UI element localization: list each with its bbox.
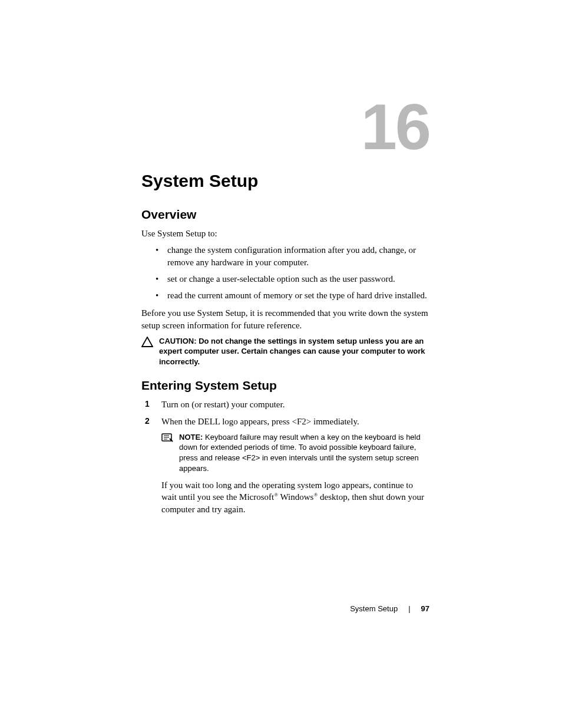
- document-page: 16 System Setup Overview Use System Setu…: [0, 0, 562, 728]
- section-heading-overview: Overview: [141, 207, 430, 222]
- step-item: When the DELL logo appears, press <F2> i…: [141, 416, 430, 515]
- overview-bullets: change the system configuration informat…: [141, 244, 430, 301]
- note-label: NOTE:: [179, 433, 205, 442]
- caution-icon: [141, 337, 156, 350]
- step-text: When the DELL logo appears, press <F2> i…: [161, 417, 359, 426]
- svg-marker-0: [142, 337, 153, 347]
- footer-section: System Setup: [350, 604, 398, 613]
- chapter-number: 16: [361, 94, 429, 159]
- overview-after-bullets: Before you use System Setup, it is recom…: [141, 307, 430, 331]
- note-callout: NOTE: Keyboard failure may result when a…: [161, 432, 430, 473]
- step-text: Turn on (or restart) your computer.: [161, 400, 285, 409]
- step-tail: If you wait too long and the operating s…: [161, 479, 430, 515]
- caution-body: Do not change the settings in system set…: [159, 337, 425, 366]
- step-item: Turn on (or restart) your computer.: [141, 398, 430, 410]
- list-item: read the current amount of memory or set…: [141, 289, 430, 301]
- list-item: set or change a user-selectable option s…: [141, 273, 430, 285]
- list-item: change the system configuration informat…: [141, 244, 430, 268]
- steps-list: Turn on (or restart) your computer. When…: [141, 398, 430, 515]
- caution-callout: CAUTION: Do not change the settings in s…: [141, 336, 430, 367]
- note-icon: [161, 433, 176, 445]
- caution-label: CAUTION:: [159, 337, 199, 345]
- footer-page-number: 97: [421, 604, 429, 613]
- footer-separator: |: [408, 604, 410, 613]
- note-text: NOTE: Keyboard failure may result when a…: [179, 432, 430, 473]
- page-title: System Setup: [141, 171, 430, 191]
- page-footer: System Setup | 97: [350, 604, 429, 613]
- section-heading-entering: Entering System Setup: [141, 378, 430, 393]
- content-area: System Setup Overview Use System Setup t…: [141, 171, 430, 520]
- caution-text: CAUTION: Do not change the settings in s…: [159, 336, 430, 367]
- note-body: Keyboard failure may result when a key o…: [179, 433, 421, 473]
- overview-intro: Use System Setup to:: [141, 228, 430, 239]
- tail-mid: Windows: [278, 492, 313, 502]
